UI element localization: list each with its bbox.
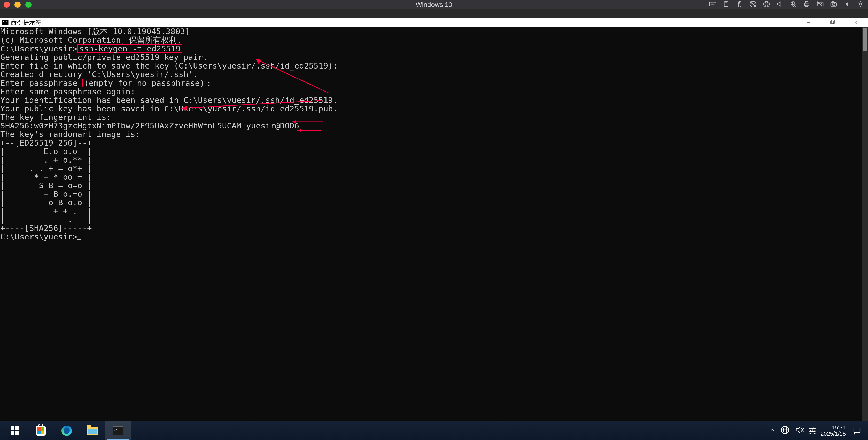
svg-rect-30 [831, 20, 834, 23]
svg-rect-29 [831, 21, 834, 24]
terminal-cursor [78, 239, 81, 240]
highlight-ssh-keygen-command: ssh-keygen -t ed25519 [78, 44, 182, 53]
svg-point-24 [832, 3, 835, 6]
printer-icon[interactable] [803, 0, 811, 9]
sync-off-icon[interactable] [749, 0, 757, 9]
terminal-text: Microsoft Windows [版本 10.0.19045.3803](c… [0, 27, 862, 241]
cmd-window: C:\ 命令提示符 Microsoft Windows [版本 10.0.190… [0, 18, 868, 421]
svg-point-27 [860, 3, 862, 5]
keyboard-icon[interactable] [709, 0, 717, 9]
svg-rect-46 [854, 428, 860, 432]
mac-close-button[interactable] [4, 2, 10, 8]
mail-off-icon[interactable] [816, 0, 824, 9]
tray-time: 15:31 [820, 424, 846, 431]
svg-rect-18 [804, 3, 809, 6]
svg-marker-26 [845, 2, 848, 6]
start-button[interactable] [2, 421, 28, 440]
mouse-icon[interactable] [736, 0, 743, 9]
host-menu-icons [709, 0, 864, 9]
collapse-icon[interactable] [843, 0, 851, 9]
win-minimize-button[interactable] [797, 18, 820, 27]
svg-rect-0 [710, 2, 716, 6]
mac-traffic-lights [4, 2, 32, 8]
camera-icon[interactable] [830, 0, 838, 9]
windows-taskbar: 英 15:31 2025/1/15 [0, 421, 868, 440]
svg-rect-25 [832, 2, 834, 3]
cmd-window-title: 命令提示符 [10, 18, 41, 27]
tray-chevron-icon[interactable] [769, 427, 776, 435]
clipboard-icon[interactable] [722, 0, 730, 9]
taskbar-edge-icon[interactable] [54, 421, 80, 440]
tray-clock[interactable]: 15:31 2025/1/15 [820, 424, 846, 437]
tray-network-icon[interactable] [780, 425, 790, 436]
terminal-viewport[interactable]: Microsoft Windows [版本 10.0.19045.3803](c… [0, 27, 862, 421]
taskbar-explorer-icon[interactable] [80, 421, 105, 440]
tray-notifications-icon[interactable] [850, 421, 863, 440]
mac-zoom-button[interactable] [25, 2, 32, 8]
svg-line-11 [750, 2, 755, 7]
cmd-icon: C:\ [2, 20, 8, 25]
svg-rect-19 [805, 2, 808, 3]
win-close-button[interactable] [844, 18, 868, 27]
host-titlebar: Windows 10 [0, 0, 868, 9]
mic-off-icon[interactable] [789, 0, 797, 9]
win-maximize-button[interactable] [820, 18, 844, 27]
mac-minimize-button[interactable] [14, 2, 21, 8]
gear-icon[interactable] [857, 0, 864, 9]
volume-icon[interactable] [776, 0, 784, 9]
vertical-scrollbar[interactable] [862, 27, 868, 421]
highlight-empty-passphrase: (empty for no passphrase) [82, 79, 207, 87]
scrollbar-thumb[interactable] [863, 28, 867, 52]
cmd-titlebar[interactable]: C:\ 命令提示符 [0, 18, 868, 27]
taskbar-cmd-icon[interactable] [105, 421, 131, 440]
network-icon[interactable] [763, 0, 770, 9]
taskbar-store-icon[interactable] [28, 421, 54, 440]
tray-volume-icon[interactable] [795, 425, 804, 436]
tray-ime-indicator[interactable]: 英 [809, 426, 816, 435]
tray-date: 2025/1/15 [820, 431, 846, 437]
